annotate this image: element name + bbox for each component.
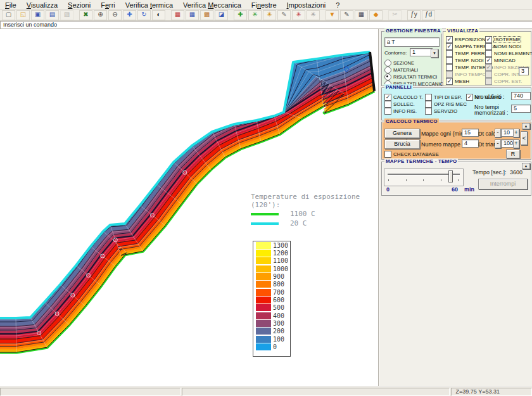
checkbox-icon[interactable] <box>425 101 432 108</box>
nro-tempi-field: 5 <box>511 105 531 113</box>
save-icon[interactable]: ▣ <box>31 10 44 20</box>
shade-icon[interactable]: ◐ <box>152 10 165 20</box>
r-button[interactable]: R <box>506 150 520 158</box>
menu-item-file[interactable]: File <box>0 1 22 10</box>
radio-label: MATERIALI <box>393 67 418 73</box>
pannelli-checkbox-opz-ris-mec[interactable]: OPZ RIS MEC <box>425 101 467 107</box>
numero-mappe-label: Numero mappe : <box>421 141 464 148</box>
dt-trian-minus-button[interactable]: - <box>495 139 501 148</box>
checkbox-icon[interactable] <box>446 64 453 71</box>
calcolo-side-button[interactable]: < <box>521 131 528 145</box>
pannelli-checkbox-sollec[interactable]: SOLLEC. <box>384 101 423 107</box>
status-coordinates: Z=39.75 Y=53.31 <box>451 388 532 396</box>
finestra-name-input[interactable] <box>384 37 440 47</box>
checkbox-icon[interactable] <box>425 108 432 115</box>
numero-mappe-field[interactable]: 4 <box>462 139 479 148</box>
formula-fd-icon[interactable]: ƒd <box>422 10 435 20</box>
contorno-select[interactable]: 1 <box>410 48 433 56</box>
contorno-dropdown-arrow-icon[interactable]: ▼ <box>431 49 438 58</box>
delete-icon[interactable]: ✖ <box>79 10 92 20</box>
section-table-icon[interactable]: ▦ <box>171 10 184 20</box>
genera-mesh-button[interactable]: Genera mesh <box>384 129 420 138</box>
radio-icon[interactable] <box>384 67 391 73</box>
brucia-button[interactable]: Brucia <box>384 139 420 149</box>
copr-int-field[interactable]: 3 <box>519 67 529 75</box>
scale-value-label: 400 <box>273 312 284 319</box>
tempo-label: Tempo [sec.]: <box>472 169 507 176</box>
open-folder-icon[interactable]: ◱ <box>16 10 30 20</box>
visualizza-checkbox-isoterme[interactable]: ✓ISOTERME <box>485 36 532 42</box>
mappe-ogni-field[interactable]: 15 <box>462 129 479 137</box>
nodes-color-icon[interactable]: ✳ <box>263 10 276 20</box>
drawing-canvas[interactable]: Temperature di esposizione (120'): 1100 … <box>0 29 379 386</box>
checkbox-icon[interactable] <box>485 43 492 50</box>
mappe-collapse-button[interactable]: ▲ <box>522 163 530 169</box>
scale-color-swatch <box>256 281 271 288</box>
visualizza-checkbox-minicad[interactable]: ✓MINICAD <box>485 57 532 63</box>
menu-item-[interactable]: ? <box>331 1 345 10</box>
checkbox-icon[interactable]: ✓ <box>446 43 453 50</box>
menu-item-verifica-termica[interactable]: Verifica termica <box>120 1 178 10</box>
menu-item-verifica-meccanica[interactable]: Verifica Meccanica <box>178 1 246 10</box>
section-arrow-icon[interactable]: ◪ <box>215 10 228 20</box>
menu-item-finestre[interactable]: Finestre <box>246 1 282 10</box>
gestione-radio-materiali[interactable]: MATERIALI <box>384 67 445 73</box>
section-copy-icon[interactable]: ▩ <box>200 10 213 20</box>
check-database-checkbox[interactable]: CHECK DATABASE <box>384 151 439 157</box>
pannelli-checkbox-info-ris[interactable]: INFO RIS. <box>384 108 423 114</box>
nodes-off-icon[interactable]: ✳ <box>307 10 320 20</box>
pannelli-checkbox-servizio[interactable]: SERVIZIO <box>425 108 467 114</box>
time-slider[interactable] <box>384 169 464 186</box>
checkbox-icon[interactable]: ✓ <box>446 78 453 85</box>
dt-trian-plus-button[interactable]: + <box>513 139 519 148</box>
pannelli-checkbox-tipi-di-esp[interactable]: TIPI DI ESP. <box>425 94 467 100</box>
refresh-icon[interactable]: ↻ <box>137 10 151 20</box>
radio-icon[interactable] <box>384 73 391 80</box>
report-icon[interactable]: ✎ <box>340 10 353 20</box>
checkbox-icon[interactable] <box>384 108 391 115</box>
checkbox-icon[interactable]: ✓ <box>485 57 492 64</box>
menu-item-ferri[interactable]: Ferri <box>96 1 120 10</box>
interrompi-button[interactable]: Interrompi <box>478 179 528 189</box>
nro-el-field: 740 <box>511 92 531 100</box>
formula-fy-icon[interactable]: ƒy <box>407 10 421 20</box>
pannelli-checkbox-calcolo-t[interactable]: ✓CALCOLO T. <box>384 94 423 100</box>
control-panel: GESTIONE FINESTRA Contorno: 1 ▼ SEZIONEM… <box>379 29 532 386</box>
checkbox-label: TIPI DI ESP. <box>434 94 462 100</box>
checkbox-icon[interactable]: ✓ <box>466 94 473 101</box>
checkbox-icon[interactable] <box>425 94 432 101</box>
funnel-icon[interactable]: ▼ <box>326 10 339 20</box>
zoom-out-icon[interactable]: ⊖ <box>108 10 122 20</box>
new-file-icon[interactable]: ▢ <box>2 10 15 20</box>
menu-item-impostazioni[interactable]: Impostazioni <box>282 1 331 10</box>
nodes-edit-icon[interactable]: ✎ <box>277 10 291 20</box>
nodes-add-icon[interactable]: ✚ <box>234 10 247 20</box>
gestione-radio-risultati-termici[interactable]: RISULTATI TERMICI <box>384 73 445 80</box>
checkbox-icon[interactable] <box>446 57 453 64</box>
visualizza-checkbox-nomi-nodi[interactable]: NOMI NODI <box>485 43 532 49</box>
checkbox-icon[interactable]: ✓ <box>446 36 453 43</box>
save-as-icon[interactable]: ▤ <box>46 10 59 20</box>
radio-icon[interactable] <box>384 60 391 67</box>
nodes-delete-icon[interactable]: ✳ <box>292 10 305 20</box>
nodes-gen-icon[interactable]: ✳ <box>248 10 262 20</box>
menu-item-visualizza[interactable]: Visualizza <box>22 1 63 10</box>
pan-icon[interactable]: ✚ <box>123 10 136 20</box>
grid-icon[interactable]: ▦ <box>355 10 368 20</box>
checkbox-icon[interactable] <box>485 50 492 57</box>
section-edit-icon[interactable]: ▦ <box>186 10 199 20</box>
drop-icon[interactable]: ◆ <box>369 10 383 20</box>
slider-thumb[interactable] <box>448 170 453 182</box>
checkbox-icon[interactable] <box>384 101 391 108</box>
checkbox-icon[interactable] <box>446 50 453 57</box>
zoom-in-icon[interactable]: ⊕ <box>94 10 107 20</box>
check-database-box[interactable] <box>384 151 391 158</box>
dt-calc-minus-button[interactable]: - <box>495 129 501 137</box>
dt-calc-plus-button[interactable]: + <box>513 129 519 137</box>
calcolo-collapse-button[interactable]: ▲ <box>522 123 530 129</box>
visualizza-checkbox-nomi-elementi[interactable]: NOMI ELEMENTI <box>485 50 532 56</box>
checkbox-icon[interactable]: ✓ <box>485 36 492 43</box>
menu-item-sezioni[interactable]: Sezioni <box>63 1 96 10</box>
gestione-radio-sezione[interactable]: SEZIONE <box>384 60 445 66</box>
checkbox-icon[interactable]: ✓ <box>384 94 391 101</box>
